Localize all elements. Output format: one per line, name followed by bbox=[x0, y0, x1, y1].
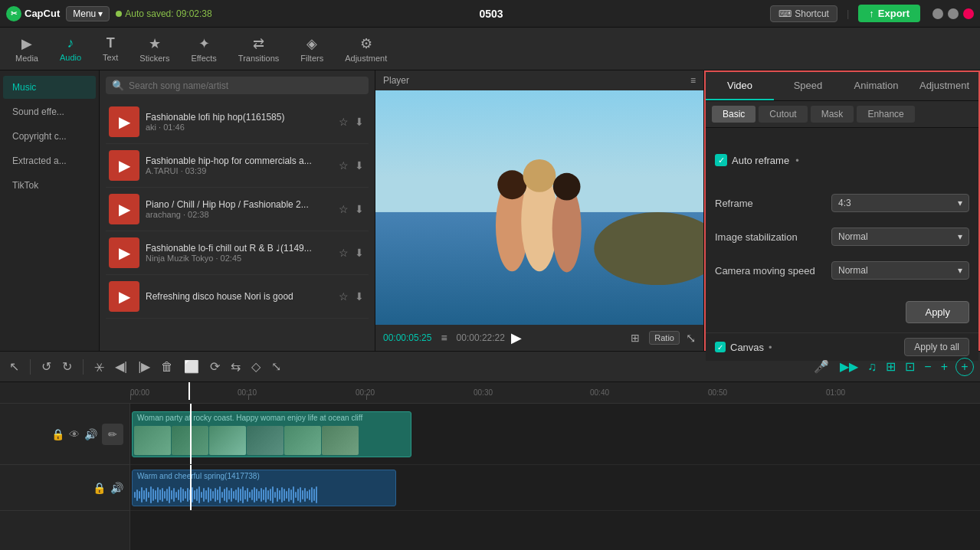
video-clip-button[interactable]: ▶▶ bbox=[837, 358, 861, 375]
subtab-mask[interactable]: Mask bbox=[811, 106, 854, 123]
download-button[interactable]: ⬇ bbox=[353, 201, 365, 217]
shortcut-button[interactable]: ⌨ Shortcut bbox=[770, 5, 837, 22]
divider bbox=[83, 359, 84, 375]
subtab-cutout[interactable]: Cutout bbox=[759, 106, 807, 123]
apply-all-button[interactable]: Apply to all bbox=[904, 338, 969, 356]
tool-stickers[interactable]: ★ Stickers bbox=[130, 32, 179, 66]
sidebar-item-sound-effects[interactable]: Sound effe... bbox=[3, 100, 96, 123]
reframe-setting: Reframe 4:3 ▾ bbox=[715, 191, 969, 215]
tab-video[interactable]: Video bbox=[706, 72, 774, 100]
lock-icon[interactable]: 🔒 bbox=[51, 428, 64, 440]
sidebar-item-extracted[interactable]: Extracted a... bbox=[3, 149, 96, 172]
tab-speed[interactable]: Speed bbox=[774, 72, 842, 100]
close-button[interactable] bbox=[963, 8, 974, 19]
sidebar-item-copyright[interactable]: Copyright c... bbox=[3, 125, 96, 148]
split-button[interactable]: ⚹ bbox=[91, 357, 107, 377]
text-icon: T bbox=[107, 35, 115, 51]
list-item[interactable]: ▶ Fashionable lofi hip hop(1161585) aki … bbox=[106, 100, 369, 144]
download-button[interactable]: ⬇ bbox=[353, 245, 365, 260]
redo-button[interactable]: ↻ bbox=[59, 356, 75, 377]
favorite-button[interactable]: ☆ bbox=[337, 245, 350, 260]
download-button[interactable]: ⬇ bbox=[353, 158, 365, 173]
ruler-line bbox=[248, 394, 249, 400]
mirror-button[interactable]: ⇆ bbox=[228, 356, 244, 377]
music-thumbnail: ▶ bbox=[109, 106, 139, 137]
tool-audio[interactable]: ♪ Audio bbox=[51, 32, 90, 65]
add-clip-button[interactable]: + bbox=[955, 358, 974, 376]
overlay-button[interactable]: ⊞ bbox=[883, 358, 899, 375]
video-clip[interactable]: Woman party at rocky coast. Happy woman … bbox=[132, 411, 411, 457]
favorite-button[interactable]: ☆ bbox=[337, 289, 350, 304]
erase-button[interactable]: ◇ bbox=[248, 356, 264, 377]
loop-button[interactable]: ⟳ bbox=[207, 356, 223, 377]
tool-transitions[interactable]: ⇄ Transitions bbox=[229, 32, 288, 66]
trim-right-button[interactable]: |▶ bbox=[135, 356, 153, 377]
zoom-in-button[interactable]: + bbox=[938, 358, 951, 375]
download-button[interactable]: ⬇ bbox=[353, 289, 365, 304]
play-button[interactable]: ▶ bbox=[511, 329, 522, 346]
subtab-basic[interactable]: Basic bbox=[712, 106, 755, 123]
media-icon: ▶ bbox=[21, 35, 32, 52]
tool-media[interactable]: ▶ Media bbox=[6, 32, 48, 66]
player-canvas bbox=[375, 90, 703, 325]
undo-button[interactable]: ↺ bbox=[38, 356, 54, 377]
camera-speed-select[interactable]: Normal ▾ bbox=[831, 261, 969, 280]
canvas-checkbox[interactable]: ✓ bbox=[715, 342, 726, 352]
tab-animation[interactable]: Animation bbox=[842, 72, 910, 100]
menu-button[interactable]: Menu ▾ bbox=[66, 6, 110, 21]
trim-left-button[interactable]: ◀| bbox=[112, 356, 130, 377]
reframe-value: 4:3 bbox=[838, 198, 851, 208]
video-track-controls: 🔒 👁 🔊 ✏ bbox=[0, 404, 129, 465]
fullscreen-button[interactable]: ⤡ bbox=[686, 331, 696, 345]
select-tool-button[interactable]: ↖ bbox=[6, 356, 22, 377]
sidebar-item-music[interactable]: Music bbox=[3, 76, 96, 99]
window-controls bbox=[932, 8, 974, 19]
lock-icon[interactable]: 🔒 bbox=[93, 482, 106, 494]
auto-reframe-checkbox[interactable]: ✓ bbox=[715, 154, 727, 166]
search-input[interactable] bbox=[129, 80, 362, 91]
export-button[interactable]: ↑ Export bbox=[858, 5, 920, 22]
download-button[interactable]: ⬇ bbox=[353, 114, 365, 129]
reframe-select[interactable]: 4:3 ▾ bbox=[831, 194, 969, 212]
tool-adjustment[interactable]: ⚙ Adjustment bbox=[336, 32, 396, 66]
audio-clip-button[interactable]: ♫ bbox=[864, 358, 880, 375]
ratio-button[interactable]: Ratio bbox=[649, 331, 680, 345]
audio-clip[interactable]: Warm and cheerful spring(1417738) bbox=[132, 470, 396, 506]
crop-button[interactable]: ⬜ bbox=[181, 356, 202, 377]
sidebar-item-tiktok[interactable]: TikTok bbox=[3, 174, 96, 197]
tool-filters[interactable]: ◈ Filters bbox=[291, 32, 333, 66]
mic-button[interactable]: 🎤 bbox=[811, 356, 832, 377]
transform-button[interactable]: ⤡ bbox=[268, 356, 284, 377]
auto-reframe-dot: • bbox=[795, 155, 799, 166]
favorite-button[interactable]: ☆ bbox=[337, 114, 350, 129]
tool-text[interactable]: T Text bbox=[93, 32, 127, 65]
delete-button[interactable]: 🗑 bbox=[158, 357, 176, 377]
tab-adjustment[interactable]: Adjustment bbox=[910, 72, 978, 100]
image-stabilization-select[interactable]: Normal ▾ bbox=[831, 228, 969, 246]
music-actions: ☆ ⬇ bbox=[337, 201, 365, 217]
list-item[interactable]: ▶ Refreshing disco house Nori is good ☆ … bbox=[106, 275, 369, 319]
sidebar: Music Sound effe... Copyright c... Extra… bbox=[0, 70, 100, 351]
apply-button[interactable]: Apply bbox=[906, 301, 969, 323]
maximize-button[interactable] bbox=[948, 8, 959, 19]
subtab-enhance[interactable]: Enhance bbox=[857, 106, 914, 123]
timecode-list-button[interactable]: ≡ bbox=[438, 330, 450, 345]
eye-icon[interactable]: 👁 bbox=[69, 428, 80, 440]
edit-button[interactable]: ✏ bbox=[102, 424, 123, 445]
favorite-button[interactable]: ☆ bbox=[337, 201, 350, 217]
ruler-line bbox=[130, 394, 131, 400]
tool-effects[interactable]: ✦ Effects bbox=[182, 32, 225, 66]
fit-screen-button[interactable]: ⊞ bbox=[628, 330, 643, 345]
list-item[interactable]: ▶ Piano / Chill / Hip Hop / Fashionable … bbox=[106, 188, 369, 231]
music-info: Fashionable lo-fi chill out R & B ♩(1149… bbox=[146, 243, 331, 263]
list-item[interactable]: ▶ Fashionable hip-hop for commercials a.… bbox=[106, 144, 369, 188]
volume-icon[interactable]: 🔊 bbox=[110, 482, 123, 494]
detach-button[interactable]: ⊡ bbox=[902, 358, 918, 375]
zoom-out-button[interactable]: − bbox=[921, 358, 934, 375]
audio-track-controls: 🔒 🔊 bbox=[0, 465, 129, 511]
list-item[interactable]: ▶ Fashionable lo-fi chill out R & B ♩(11… bbox=[106, 231, 369, 275]
volume-icon[interactable]: 🔊 bbox=[84, 428, 97, 440]
favorite-button[interactable]: ☆ bbox=[337, 158, 350, 173]
minimize-button[interactable] bbox=[932, 8, 943, 19]
camera-speed-label: Camera moving speed bbox=[715, 265, 815, 277]
